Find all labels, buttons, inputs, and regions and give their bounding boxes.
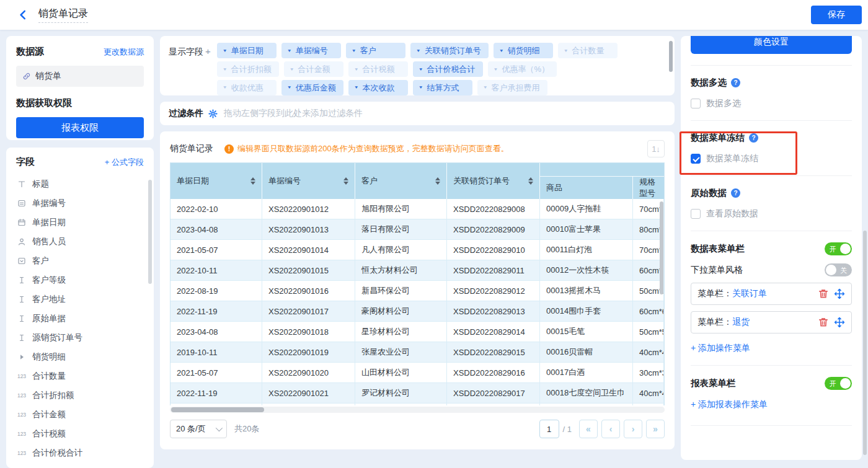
next-page-button[interactable]: › [624,420,642,438]
table-row[interactable]: 2019-10-11XS20220901019张屋农业公司XSDD2022082… [170,342,664,363]
add-display-field-button[interactable]: + [205,46,211,56]
prev-page-button[interactable]: ‹ [601,420,620,438]
table-scrollbar-vertical[interactable] [660,201,663,294]
column-header[interactable]: 关联销货订单号 [447,163,540,199]
display-field-chip[interactable]: ▼合计金额 [284,61,343,77]
field-item[interactable]: 销货明细 [16,347,144,366]
dropdown-style-toggle[interactable]: 关 [825,263,852,276]
column-header[interactable]: 规格型号 [633,177,664,199]
last-page-button[interactable]: » [646,420,665,438]
table-menubar-toggle[interactable]: 开 [825,242,852,255]
menubar-item-list: 菜单栏：关联订单菜单栏：退货 [691,283,852,333]
table-row[interactable]: 2022-11-19XS20220901021罗记材料公司XSDD2022082… [170,383,664,404]
menubar-item[interactable]: 菜单栏：退货 [691,311,852,333]
table-row[interactable]: 2022-10-11XS20220901015恒太方材料公司XSDD202208… [170,260,664,281]
display-field-chip[interactable]: ▼合计折扣额 [217,61,279,77]
display-fields-scrollbar[interactable] [669,41,673,72]
table-row[interactable]: 2023-04-08XS20220901018星珍材料公司XSDD2022082… [170,322,664,342]
menubar-item[interactable]: 菜单栏：关联订单 [691,283,852,305]
trash-icon[interactable] [818,288,829,299]
table-cell: XS20220901019 [262,342,355,362]
display-field-chip[interactable]: ▼合计数量 [558,43,618,58]
field-item[interactable]: 客户等级 [16,270,144,289]
datasource-item[interactable]: 销货单 [16,66,144,87]
table-row[interactable]: 2022-02-10XS20220901012旭阳有限公司XSDD2022082… [170,199,664,219]
checkbox-unchecked[interactable] [691,209,701,219]
multi-select-checkbox-row[interactable]: 数据多选 [691,98,852,109]
field-item[interactable]: 单据日期 [16,213,144,232]
raw-data-checkbox-row[interactable]: 查看原始数据 [691,208,852,219]
trash-icon[interactable] [818,317,829,328]
checkbox-unchecked[interactable] [691,99,701,108]
column-header[interactable]: 客户 [355,163,447,199]
table-scrollbar-horizontal[interactable] [171,407,264,412]
display-field-chip[interactable]: ▼关联销货订单号 [410,43,489,58]
field-item[interactable]: 销售人员 [16,232,144,251]
save-button[interactable]: 保存 [811,6,862,24]
settings-panel-scrollbar[interactable] [863,231,867,455]
display-field-chip[interactable]: ▼结算方式 [413,80,472,95]
column-header[interactable]: 商品 [540,177,633,199]
menu-freeze-checkbox-row[interactable]: 数据菜单冻结 [691,153,852,164]
display-field-chip[interactable]: ▼客户 [346,43,405,58]
move-icon[interactable] [834,288,845,299]
add-action-menu-link[interactable]: + 添加操作菜单 [691,343,750,354]
help-icon[interactable]: ? [731,78,740,87]
table-row[interactable]: 2022-08-19XS20220901016新昌环保公司XSDD2022082… [170,281,664,301]
display-field-chip[interactable]: ▼合计税额 [348,61,408,77]
page-title[interactable]: 销货单记录 [38,7,88,23]
table-row[interactable]: 2021-05-07XS20220901020山田材料公司XSDD2022082… [170,363,664,383]
report-menubar-toggle[interactable]: 开 [825,377,852,390]
move-icon[interactable] [834,317,845,328]
add-formula-field-link[interactable]: + 公式字段 [105,157,144,168]
display-field-chip[interactable]: ▼优惠后金额 [281,80,343,95]
display-field-chip[interactable]: ▼合计价税合计 [413,61,483,77]
help-icon[interactable]: ? [749,133,758,143]
column-header[interactable]: 单据编号 [262,163,355,199]
page-size-select[interactable]: 20 条/页 [170,420,227,438]
gear-icon[interactable] [208,109,218,118]
column-header[interactable]: 单据日期 [170,163,262,199]
display-field-chip[interactable]: ▼本次收款 [348,80,408,95]
table-row[interactable]: 2022-11-19XS20220901017豪阁材料公司XSDD2022082… [170,301,664,322]
field-item[interactable]: 123合计税额 [16,424,144,443]
field-item[interactable]: 单据编号 [16,193,144,213]
field-item[interactable]: 客户地址 [16,289,144,309]
display-field-chip[interactable]: ▼客户承担费用 [477,80,547,95]
report-permission-button[interactable]: 报表权限 [16,117,144,138]
field-item[interactable]: 123合计价税合计 [16,443,144,462]
add-report-action-menu-link[interactable]: + 添加报表操作菜单 [691,399,768,410]
display-field-chip[interactable]: ▼单据日期 [217,43,277,58]
field-item[interactable]: 客户 [16,251,144,270]
table-cell: 00009人字拖鞋 [540,199,633,219]
divider [691,425,852,426]
sort-icon[interactable] [435,177,440,185]
change-datasource-link[interactable]: 更改数据源 [104,46,144,58]
back-icon[interactable] [17,9,30,21]
display-field-chip[interactable]: ▼优惠率（%） [488,61,557,77]
display-field-chip[interactable]: ▼收款优惠 [217,80,277,95]
field-item[interactable]: 123合计金额 [16,405,144,424]
field-item[interactable]: 原始单据 [16,309,144,328]
display-field-chip[interactable]: ▼单据编号 [281,43,341,58]
field-item[interactable]: 123合计折扣额 [16,386,144,405]
table-row[interactable]: 2021-05-07XS20220901014凡人有限公司XSDD2022082… [170,240,664,260]
table-row[interactable]: 2023-04-08XS20220901013落日有限公司XSDD2022082… [170,219,664,240]
fields-title: 字段 [16,156,35,168]
numeric-sort-button[interactable]: 1↓ [647,140,665,157]
sort-icon[interactable] [250,177,255,185]
sort-icon[interactable] [528,177,533,185]
display-field-chip[interactable]: ▼销货明细 [494,43,553,58]
sort-icon[interactable] [343,177,348,185]
field-item[interactable]: 源销货订单号 [16,328,144,347]
table-row[interactable] [170,404,664,405]
checkbox-checked[interactable] [691,154,701,164]
field-item[interactable]: 标题 [16,174,144,193]
fields-scrollbar[interactable] [148,180,152,284]
help-icon[interactable]: ? [731,188,740,198]
field-item[interactable]: 123合计数量 [16,366,144,386]
color-settings-button[interactable]: 颜色设置 [691,36,852,54]
first-page-button[interactable]: « [579,420,598,438]
page-number-input[interactable] [539,420,559,438]
filter-dropzone[interactable]: 拖动左侧字段到此处来添加过滤条件 [224,108,363,119]
